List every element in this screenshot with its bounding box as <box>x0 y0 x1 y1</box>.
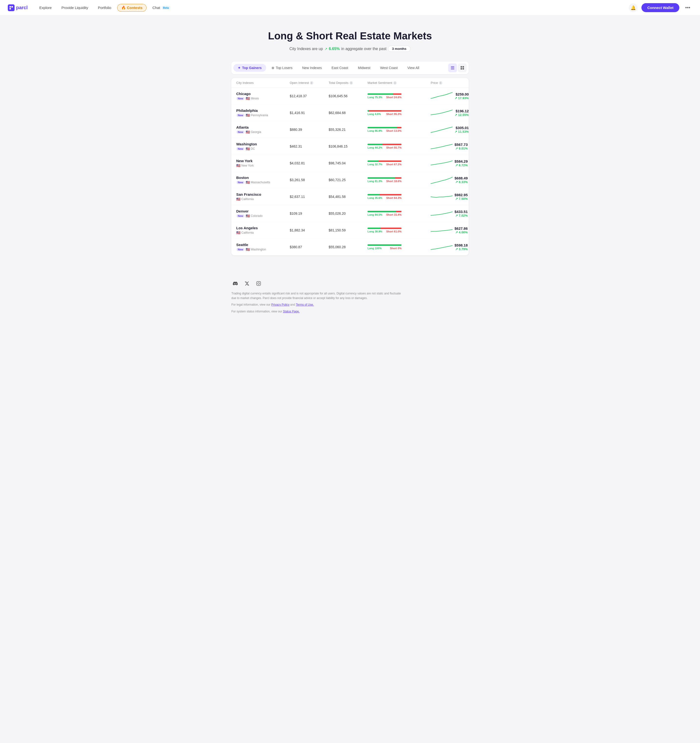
city-name-los-angeles: Los Angeles <box>236 226 290 230</box>
sentiment-los-angeles: Long 38.9% Short 61.0% <box>368 228 431 233</box>
sentiment-labels-seattle: Long 100% Short 0% <box>368 247 402 250</box>
table-row: San Francisco 🇺🇸 California $2,637.11 $5… <box>231 188 469 205</box>
open-interest-seattle: $380.87 <box>290 245 329 249</box>
list-view-icon <box>450 66 455 70</box>
sentiment-labels-denver: Long 84.5% Short 15.4% <box>368 213 402 216</box>
west-coast-label: West Coast <box>380 66 398 70</box>
city-cell-chicago: Chicago New 🇺🇸 Illinois <box>236 92 290 101</box>
table-row: Philadelphia New 🇺🇸 Pennsylvania $1,416.… <box>231 105 469 121</box>
city-name-washington: Washington <box>236 142 290 146</box>
tab-top-gainers[interactable]: ✦ Top Gainers <box>233 64 266 72</box>
price-col-boston: $688.49 ↗ 8.33% <box>455 176 468 184</box>
terms-of-use-link[interactable]: Terms of Use. <box>296 303 314 306</box>
twitter-icon[interactable] <box>243 280 251 287</box>
long-label-atlanta: Long 86.9% <box>368 129 382 132</box>
sentiment-boston: Long 81.3% Short 18.6% <box>368 177 431 183</box>
filter-bar: ✦ Top Gainers ⊗ Top Losers New Indexes E… <box>231 62 469 74</box>
notification-bell[interactable]: 🔔 <box>629 3 638 12</box>
instagram-icon[interactable] <box>255 280 263 287</box>
short-label-atlanta: Short 13.0% <box>386 129 402 132</box>
price-col-seattle: $598.18 ↗ 3.79% <box>455 243 468 251</box>
tab-east-coast[interactable]: East Coast <box>327 64 353 72</box>
col-oi-label: Open Interest <box>290 81 309 84</box>
sentiment-labels-san-francisco: Long 35.6% Short 64.3% <box>368 197 402 199</box>
col-td-info[interactable]: i <box>350 81 353 84</box>
nav-provide-liquidity[interactable]: Provide Liquidity <box>58 4 92 12</box>
col-ms-info[interactable]: i <box>393 81 397 84</box>
sentiment-bar-atlanta <box>368 127 402 128</box>
price-change-san-francisco: ↗ 7.50% <box>455 197 468 201</box>
open-interest-washington: $462.31 <box>290 144 329 148</box>
navbar: parcl Explore Provide Liquidity Portfoli… <box>0 0 700 16</box>
sparkline-los-angeles <box>431 225 453 235</box>
nav-contests[interactable]: 🔥 Contests <box>117 4 146 12</box>
short-label-philadelphia: Short 95.3% <box>386 112 402 115</box>
sentiment-bar-denver <box>368 211 402 212</box>
sparkline-san-francisco <box>431 192 453 201</box>
beta-badge: Beta <box>162 6 170 10</box>
table-row: Denver New 🇺🇸 Colorado $109.19 $55,026.2… <box>231 205 469 222</box>
price-sparkline-col-new-york: $584.29 ↗ 8.72% <box>431 158 469 168</box>
subtitle-suffix: in aggregate over the past <box>341 47 387 51</box>
sentiment-bar-new-york <box>368 160 402 162</box>
new-badge-boston: New <box>236 181 245 184</box>
nav-chat[interactable]: Chat Beta <box>149 4 174 12</box>
state-washington: DC <box>251 147 255 151</box>
flag-chicago: 🇺🇸 <box>246 96 250 101</box>
open-interest-denver: $109.19 <box>290 212 329 215</box>
new-badge-philadelphia: New <box>236 114 245 117</box>
table-row: New York 🇺🇸 New York $4,032.81 $98,745.0… <box>231 155 469 172</box>
sentiment-labels-chicago: Long 75.3% Short 24.6% <box>368 96 402 99</box>
price-col-chicago: $259.00 ↗ 17.93% <box>455 92 469 100</box>
price-col-denver: $433.51 ↗ 7.02% <box>455 210 468 218</box>
svg-rect-2 <box>9 8 11 9</box>
price-change-chicago: ↗ 17.93% <box>455 96 469 100</box>
city-meta-boston: New 🇺🇸 Massachusetts <box>236 181 290 184</box>
svg-rect-4 <box>451 68 454 68</box>
svg-rect-1 <box>12 6 13 7</box>
long-label-new-york: Long 32.7% <box>368 163 382 166</box>
col-price-info[interactable]: i <box>439 81 442 84</box>
nav-portfolio[interactable]: Portfolio <box>94 4 115 12</box>
price-sparkline-col-boston: $688.49 ↗ 8.33% <box>431 175 469 185</box>
connect-wallet-button[interactable]: Connect Wallet <box>641 3 679 12</box>
discord-icon[interactable] <box>231 280 239 287</box>
hero-section: Long & Short Real Estate Markets City In… <box>0 16 700 62</box>
top-losers-label: Top Losers <box>276 66 292 70</box>
list-view-button[interactable] <box>448 64 457 72</box>
svg-rect-9 <box>462 68 464 70</box>
price-value-philadelphia: $196.12 <box>455 109 469 113</box>
tab-midwest[interactable]: Midwest <box>354 64 375 72</box>
city-name-atlanta: Atlanta <box>236 125 290 129</box>
total-deposits-atlanta: $55,326.21 <box>329 128 368 132</box>
logo-text: parcl <box>16 5 28 10</box>
grid-view-button[interactable] <box>458 64 467 72</box>
more-options-button[interactable]: ••• <box>683 4 692 12</box>
long-bar-san-francisco <box>368 194 380 195</box>
long-bar-atlanta <box>368 127 397 128</box>
short-bar-new-york <box>379 160 402 162</box>
contests-icon: 🔥 <box>121 6 126 10</box>
city-meta-philadelphia: New 🇺🇸 Pennsylvania <box>236 113 290 117</box>
tab-west-coast[interactable]: West Coast <box>376 64 402 72</box>
privacy-policy-link[interactable]: Privacy Policy <box>271 303 289 306</box>
col-city-label: City Indexes <box>236 81 254 84</box>
logo-icon <box>8 4 15 11</box>
nav-explore[interactable]: Explore <box>35 4 56 12</box>
total-deposits-los-angeles: $81,150.59 <box>329 228 368 232</box>
svg-rect-5 <box>451 69 454 69</box>
tab-top-losers[interactable]: ⊗ Top Losers <box>267 64 297 72</box>
status-page-link[interactable]: Status Page. <box>283 310 300 313</box>
col-oi-info[interactable]: i <box>310 81 313 84</box>
tab-view-all[interactable]: View All <box>403 64 424 72</box>
price-value-denver: $433.51 <box>455 210 468 214</box>
top-gainers-label: Top Gainers <box>242 66 262 70</box>
logo[interactable]: parcl <box>8 4 28 11</box>
city-meta-san-francisco: 🇺🇸 California <box>236 197 290 201</box>
new-badge-atlanta: New <box>236 130 245 134</box>
price-change-washington: ↗ 9.01% <box>455 147 468 150</box>
open-interest-new-york: $4,032.81 <box>290 161 329 165</box>
tab-new-indexes[interactable]: New Indexes <box>298 64 326 72</box>
city-cell-boston: Boston New 🇺🇸 Massachusetts <box>236 176 290 184</box>
period-selector[interactable]: 3 months <box>388 46 411 52</box>
